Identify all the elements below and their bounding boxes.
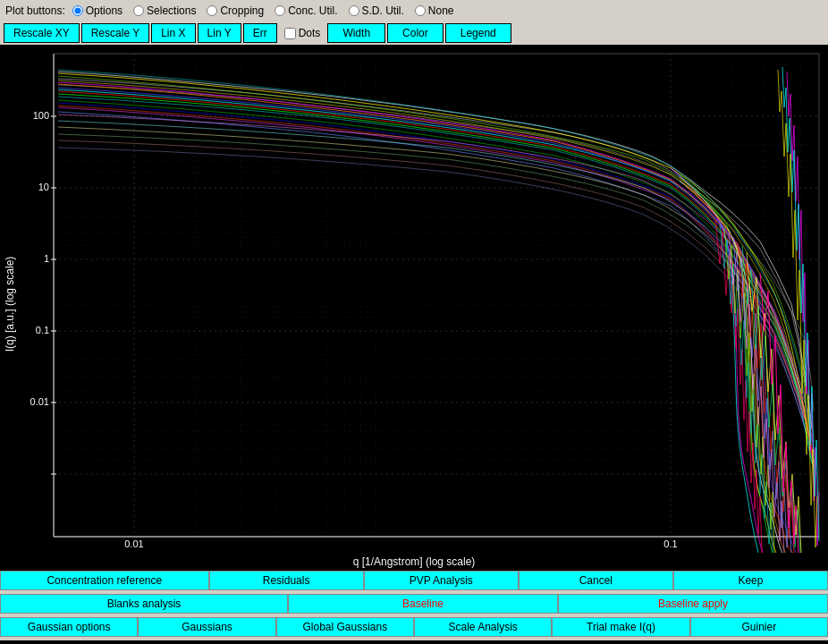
plot-buttons-bar: Plot buttons: Options Selections Croppin… <box>0 0 828 21</box>
svg-text:I(q) [a.u.] (log scale): I(q) [a.u.] (log scale) <box>4 257 16 352</box>
svg-text:0.01: 0.01 <box>124 538 143 549</box>
lin-x-button[interactable]: Lin X <box>151 23 195 43</box>
trial-make-iq-button[interactable]: Trial make I(q) <box>552 617 689 637</box>
bottom-row-1: Concentration reference Residuals PVP An… <box>0 571 828 594</box>
svg-text:10: 10 <box>38 182 49 192</box>
blanks-analysis-button[interactable]: Blanks analysis <box>0 594 288 614</box>
radio-selections[interactable]: Selections <box>133 4 196 17</box>
width-button[interactable]: Width <box>327 23 385 43</box>
radio-cropping-label: Cropping <box>220 4 264 17</box>
radio-none[interactable]: None <box>415 4 454 17</box>
radio-sd-util-label: S.D. Util. <box>362 4 404 17</box>
global-gaussians-button[interactable]: Global Gaussians <box>276 617 414 637</box>
plot-buttons-label: Plot buttons: <box>5 4 65 17</box>
svg-text:1: 1 <box>44 253 49 264</box>
concentration-reference-button[interactable]: Concentration reference <box>0 571 209 590</box>
radio-selections-label: Selections <box>147 4 196 17</box>
pvp-analysis-button[interactable]: PVP Analysis <box>364 571 519 590</box>
radio-group: Options Selections Cropping Conc. Util. … <box>72 4 454 17</box>
svg-text:0.1: 0.1 <box>36 325 49 335</box>
cancel-button[interactable]: Cancel <box>519 571 673 590</box>
x-axis-label: q [1/Angstrom] (log scale) <box>0 553 828 571</box>
bottom-row-2: Blanks analysis Baseline Baseline apply <box>0 594 828 617</box>
radio-cropping[interactable]: Cropping <box>207 4 264 17</box>
keep-button[interactable]: Keep <box>673 571 828 590</box>
dots-label: Dots <box>299 27 321 39</box>
bottom-buttons: Concentration reference Residuals PVP An… <box>0 571 828 640</box>
residuals-button[interactable]: Residuals <box>209 571 364 590</box>
rescale-xy-button[interactable]: Rescale XY <box>4 23 80 43</box>
lin-y-button[interactable]: Lin Y <box>198 23 241 43</box>
radio-conc-util-label: Conc. Util. <box>288 4 337 17</box>
guinier-button[interactable]: Guinier <box>690 617 828 637</box>
action-btn-bar: Rescale XY Rescale Y Lin X Lin Y Err Dot… <box>0 21 828 45</box>
radio-options-label: Options <box>86 4 123 17</box>
gaussians-button[interactable]: Gaussians <box>138 617 275 637</box>
chart-svg: 100 10 1 0.1 0.01 0.01 0.1 I(q) [a.u.] (… <box>0 45 828 553</box>
baseline-apply-button[interactable]: Baseline apply <box>558 594 828 614</box>
radio-sd-util[interactable]: S.D. Util. <box>349 4 404 17</box>
scale-analysis-button[interactable]: Scale Analysis <box>414 617 552 637</box>
gaussian-options-button[interactable]: Gaussian options <box>0 617 138 637</box>
dots-checkbox[interactable] <box>284 28 296 39</box>
chart-area: 100 10 1 0.1 0.01 0.01 0.1 I(q) [a.u.] (… <box>0 45 828 553</box>
radio-options[interactable]: Options <box>72 4 123 17</box>
color-button[interactable]: Color <box>387 23 444 43</box>
svg-text:0.1: 0.1 <box>663 538 677 549</box>
radio-none-label: None <box>428 4 454 17</box>
dots-checkbox-container[interactable]: Dots <box>279 27 326 39</box>
bottom-row-3: Gaussian options Gaussians Global Gaussi… <box>0 617 828 640</box>
rescale-y-button[interactable]: Rescale Y <box>81 23 149 43</box>
svg-text:100: 100 <box>33 110 49 121</box>
svg-text:0.01: 0.01 <box>30 396 49 407</box>
legend-button[interactable]: Legend <box>445 23 511 43</box>
err-button[interactable]: Err <box>243 23 277 43</box>
baseline-button[interactable]: Baseline <box>288 594 558 614</box>
radio-conc-util[interactable]: Conc. Util. <box>275 4 337 17</box>
